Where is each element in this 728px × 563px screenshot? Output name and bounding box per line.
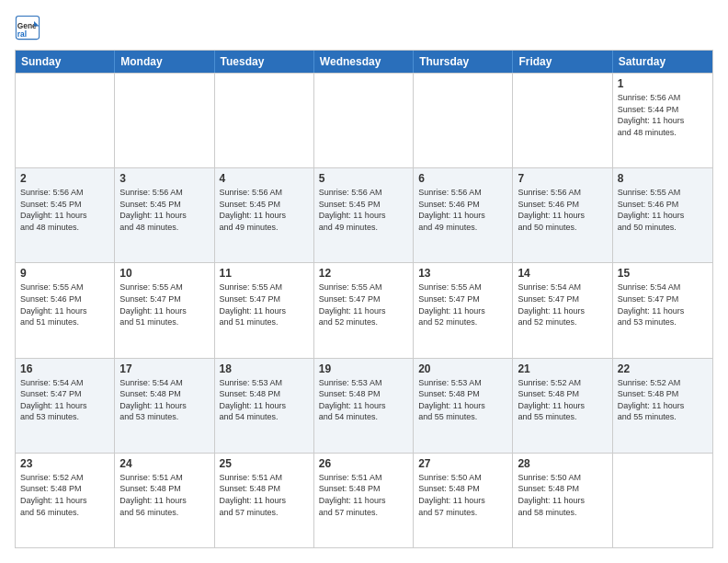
day-number: 12 [319,267,408,280]
cell-info: Sunrise: 5:51 AM Sunset: 5:48 PM Dayligh… [220,472,309,518]
day-number: 22 [618,362,708,375]
calendar-row-4: 16Sunrise: 5:54 AM Sunset: 5:47 PM Dayli… [16,358,712,453]
cell-info: Sunrise: 5:52 AM Sunset: 5:48 PM Dayligh… [518,377,607,423]
cell-info: Sunrise: 5:54 AM Sunset: 5:47 PM Dayligh… [518,282,607,327]
header: Gene ral [15,15,713,40]
calendar-cell-3-5: 13Sunrise: 5:55 AM Sunset: 5:47 PM Dayli… [414,263,513,357]
day-number: 18 [220,362,309,375]
header-wednesday: Wednesday [314,51,414,73]
cell-info: Sunrise: 5:54 AM Sunset: 5:48 PM Dayligh… [119,377,209,423]
day-number: 21 [518,362,607,375]
day-number: 15 [618,267,708,280]
cell-info: Sunrise: 5:55 AM Sunset: 5:47 PM Dayligh… [119,282,209,327]
cell-info: Sunrise: 5:55 AM Sunset: 5:46 PM Dayligh… [618,187,708,233]
day-number: 11 [220,267,309,280]
calendar-cell-3-4: 12Sunrise: 5:55 AM Sunset: 5:47 PM Dayli… [314,263,414,357]
day-number: 9 [20,267,109,280]
calendar-cell-5-7 [613,454,712,547]
calendar-cell-1-1 [16,74,115,167]
day-number: 8 [618,172,708,185]
day-number: 25 [220,457,309,470]
cell-info: Sunrise: 5:55 AM Sunset: 5:47 PM Dayligh… [418,282,507,327]
day-number: 10 [119,267,209,280]
calendar-cell-4-4: 19Sunrise: 5:53 AM Sunset: 5:48 PM Dayli… [314,359,414,453]
header-monday: Monday [115,51,214,73]
cell-info: Sunrise: 5:56 AM Sunset: 5:45 PM Dayligh… [119,187,209,233]
calendar-cell-3-2: 10Sunrise: 5:55 AM Sunset: 5:47 PM Dayli… [115,263,214,357]
cell-info: Sunrise: 5:53 AM Sunset: 5:48 PM Dayligh… [319,377,408,423]
calendar-cell-1-6 [513,74,612,167]
calendar-cell-2-1: 2Sunrise: 5:56 AM Sunset: 5:45 PM Daylig… [16,168,115,262]
cell-info: Sunrise: 5:51 AM Sunset: 5:48 PM Dayligh… [319,472,408,518]
calendar-cell-5-3: 25Sunrise: 5:51 AM Sunset: 5:48 PM Dayli… [215,454,314,547]
calendar-body: 1Sunrise: 5:56 AM Sunset: 5:44 PM Daylig… [16,73,712,547]
calendar-cell-5-2: 24Sunrise: 5:51 AM Sunset: 5:48 PM Dayli… [115,454,214,547]
calendar-cell-4-7: 22Sunrise: 5:52 AM Sunset: 5:48 PM Dayli… [613,359,712,453]
cell-info: Sunrise: 5:55 AM Sunset: 5:47 PM Dayligh… [220,282,309,327]
day-number: 23 [20,457,109,470]
calendar-cell-2-4: 5Sunrise: 5:56 AM Sunset: 5:45 PM Daylig… [314,168,414,262]
calendar-cell-5-4: 26Sunrise: 5:51 AM Sunset: 5:48 PM Dayli… [314,454,414,547]
calendar-cell-2-3: 4Sunrise: 5:56 AM Sunset: 5:45 PM Daylig… [215,168,314,262]
day-number: 28 [518,457,607,470]
day-number: 24 [119,457,209,470]
calendar-cell-4-1: 16Sunrise: 5:54 AM Sunset: 5:47 PM Dayli… [16,359,115,453]
header-friday: Friday [513,51,612,73]
day-number: 26 [319,457,408,470]
calendar-cell-2-2: 3Sunrise: 5:56 AM Sunset: 5:45 PM Daylig… [115,168,214,262]
day-number: 17 [119,362,209,375]
logo: Gene ral [15,15,44,40]
day-number: 19 [319,362,408,375]
cell-info: Sunrise: 5:53 AM Sunset: 5:48 PM Dayligh… [418,377,507,423]
cell-info: Sunrise: 5:56 AM Sunset: 5:45 PM Dayligh… [20,187,109,233]
calendar-cell-2-7: 8Sunrise: 5:55 AM Sunset: 5:46 PM Daylig… [613,168,712,262]
calendar-cell-1-5 [414,74,513,167]
day-number: 7 [518,172,607,185]
cell-info: Sunrise: 5:56 AM Sunset: 5:45 PM Dayligh… [319,187,408,233]
calendar-cell-3-1: 9Sunrise: 5:55 AM Sunset: 5:46 PM Daylig… [16,263,115,357]
calendar-cell-4-6: 21Sunrise: 5:52 AM Sunset: 5:48 PM Dayli… [513,359,612,453]
cell-info: Sunrise: 5:54 AM Sunset: 5:47 PM Dayligh… [618,282,708,327]
cell-info: Sunrise: 5:56 AM Sunset: 5:46 PM Dayligh… [418,187,507,233]
day-number: 20 [418,362,507,375]
header-tuesday: Tuesday [215,51,314,73]
day-number: 4 [220,172,309,185]
calendar-cell-2-5: 6Sunrise: 5:56 AM Sunset: 5:46 PM Daylig… [414,168,513,262]
calendar-cell-3-7: 15Sunrise: 5:54 AM Sunset: 5:47 PM Dayli… [613,263,712,357]
calendar-row-2: 2Sunrise: 5:56 AM Sunset: 5:45 PM Daylig… [16,167,712,262]
calendar-cell-4-3: 18Sunrise: 5:53 AM Sunset: 5:48 PM Dayli… [215,359,314,453]
calendar-row-1: 1Sunrise: 5:56 AM Sunset: 5:44 PM Daylig… [16,73,712,167]
page: Gene ral SundayMondayTuesdayWednesdayThu… [0,0,728,563]
calendar-cell-5-1: 23Sunrise: 5:52 AM Sunset: 5:48 PM Dayli… [16,454,115,547]
svg-text:ral: ral [17,29,27,39]
calendar-row-3: 9Sunrise: 5:55 AM Sunset: 5:46 PM Daylig… [16,262,712,357]
day-number: 14 [518,267,607,280]
cell-info: Sunrise: 5:50 AM Sunset: 5:48 PM Dayligh… [418,472,507,518]
calendar-header: SundayMondayTuesdayWednesdayThursdayFrid… [16,51,712,73]
calendar-cell-2-6: 7Sunrise: 5:56 AM Sunset: 5:46 PM Daylig… [513,168,612,262]
cell-info: Sunrise: 5:55 AM Sunset: 5:46 PM Dayligh… [20,282,109,327]
cell-info: Sunrise: 5:56 AM Sunset: 5:44 PM Dayligh… [618,92,708,138]
day-number: 2 [20,172,109,185]
header-saturday: Saturday [613,51,712,73]
cell-info: Sunrise: 5:56 AM Sunset: 5:46 PM Dayligh… [518,187,607,233]
logo-icon: Gene ral [15,15,40,40]
cell-info: Sunrise: 5:52 AM Sunset: 5:48 PM Dayligh… [20,472,109,518]
calendar: SundayMondayTuesdayWednesdayThursdayFrid… [15,50,713,548]
calendar-cell-1-7: 1Sunrise: 5:56 AM Sunset: 5:44 PM Daylig… [613,74,712,167]
day-number: 27 [418,457,507,470]
cell-info: Sunrise: 5:50 AM Sunset: 5:48 PM Dayligh… [518,472,607,518]
cell-info: Sunrise: 5:56 AM Sunset: 5:45 PM Dayligh… [220,187,309,233]
calendar-cell-4-2: 17Sunrise: 5:54 AM Sunset: 5:48 PM Dayli… [115,359,214,453]
header-sunday: Sunday [16,51,115,73]
calendar-cell-1-2 [115,74,214,167]
calendar-cell-3-3: 11Sunrise: 5:55 AM Sunset: 5:47 PM Dayli… [215,263,314,357]
day-number: 6 [418,172,507,185]
calendar-cell-1-4 [314,74,414,167]
calendar-cell-5-6: 28Sunrise: 5:50 AM Sunset: 5:48 PM Dayli… [513,454,612,547]
day-number: 16 [20,362,109,375]
cell-info: Sunrise: 5:51 AM Sunset: 5:48 PM Dayligh… [119,472,209,518]
cell-info: Sunrise: 5:53 AM Sunset: 5:48 PM Dayligh… [220,377,309,423]
calendar-cell-4-5: 20Sunrise: 5:53 AM Sunset: 5:48 PM Dayli… [414,359,513,453]
calendar-cell-5-5: 27Sunrise: 5:50 AM Sunset: 5:48 PM Dayli… [414,454,513,547]
